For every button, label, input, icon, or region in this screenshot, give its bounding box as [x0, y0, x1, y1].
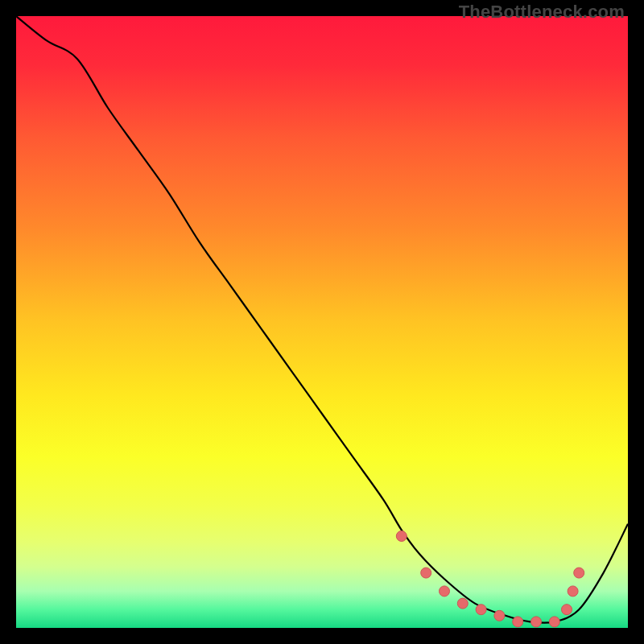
marker-dot: [440, 586, 450, 597]
marker-dot: [396, 531, 407, 542]
marker-dot: [562, 605, 572, 615]
marker-dot: [549, 617, 559, 627]
marker-dot: [494, 610, 505, 621]
marker-dot: [513, 617, 523, 627]
marker-dot: [574, 568, 584, 578]
watermark-text: TheBottleneck.com: [459, 2, 625, 23]
marker-dot: [476, 605, 486, 615]
marker-dot: [457, 598, 468, 609]
chart-frame: [16, 16, 628, 628]
marker-dot: [531, 617, 542, 627]
marker-dot: [421, 568, 431, 578]
marker-dot: [568, 586, 578, 597]
bottleneck-chart: [16, 16, 628, 628]
